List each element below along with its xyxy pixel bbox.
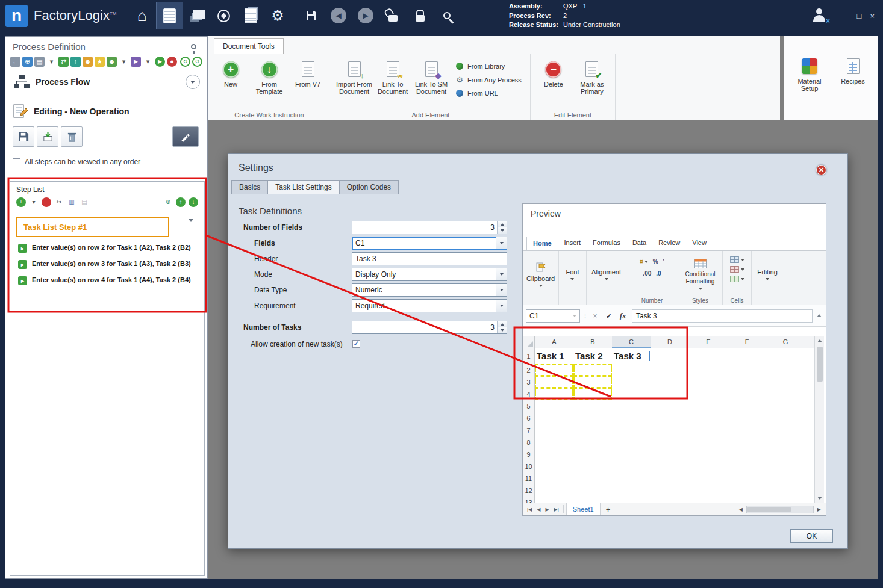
vertical-scroll-thumb[interactable] <box>817 347 823 382</box>
ok-button[interactable]: OK <box>790 529 833 543</box>
cell-C13[interactable] <box>612 497 651 503</box>
cell-E6[interactable] <box>689 412 728 424</box>
cell-A8[interactable] <box>535 436 573 448</box>
cell-G5[interactable] <box>766 400 805 412</box>
cell-C10[interactable] <box>612 460 651 472</box>
row-header-12[interactable]: 12 <box>523 484 535 497</box>
settings-tab-task-list-settings[interactable]: Task List Settings <box>267 180 339 194</box>
cell-C11[interactable] <box>612 472 651 484</box>
cell-G7[interactable] <box>766 424 805 436</box>
vertical-scrollbar[interactable] <box>814 336 824 503</box>
column-header-B[interactable]: B <box>573 336 612 348</box>
alignment-button[interactable]: Alignment <box>587 252 626 297</box>
spreadsheet-tab-home[interactable]: Home <box>526 237 558 250</box>
increase-decimal-icon[interactable]: .00 <box>643 270 651 277</box>
number-of-tasks-input[interactable]: 3 <box>352 321 507 334</box>
from-v7-button[interactable]: From V7 <box>289 55 327 111</box>
dropdown-icon[interactable] <box>496 237 507 249</box>
row-header-10[interactable]: 10 <box>523 460 535 472</box>
cell-F6[interactable] <box>728 412 766 424</box>
font-button[interactable]: Font <box>561 252 584 297</box>
cell-D5[interactable] <box>651 400 689 412</box>
cell-D2[interactable] <box>651 364 689 376</box>
cell-A9[interactable] <box>535 448 573 460</box>
paste-icon[interactable]: ▤ <box>80 197 89 207</box>
cell-D10[interactable] <box>651 460 689 472</box>
cell-D7[interactable] <box>651 424 689 436</box>
cell-E7[interactable] <box>689 424 728 436</box>
clipboard-button[interactable]: Clipboard <box>522 252 560 297</box>
cell-A13[interactable] <box>535 497 573 503</box>
add-sheet-button[interactable]: + <box>602 505 615 514</box>
number-of-fields-input[interactable]: 3 <box>352 221 507 234</box>
cell-C8[interactable] <box>612 436 651 448</box>
header-input[interactable]: Task 3 <box>352 252 507 265</box>
cell-F13[interactable] <box>728 497 766 503</box>
scroll-left-icon[interactable]: ◀ <box>737 507 745 512</box>
dropdown-icon[interactable] <box>496 268 507 280</box>
process-stack-icon[interactable] <box>183 2 210 29</box>
cell-A11[interactable] <box>535 472 573 484</box>
cell-A1[interactable]: Task 1 <box>535 348 573 364</box>
cell-D13[interactable] <box>651 497 689 503</box>
scroll-down-icon[interactable] <box>816 494 824 503</box>
sync-icon[interactable]: ↻ <box>180 57 190 67</box>
cell-G2[interactable] <box>766 364 805 376</box>
cell-F10[interactable] <box>728 460 766 472</box>
cell-E9[interactable] <box>689 448 728 460</box>
scroll-up-icon[interactable] <box>816 336 824 345</box>
cell-F11[interactable] <box>728 472 766 484</box>
column-header-A[interactable]: A <box>535 336 573 348</box>
maximize-button[interactable]: □ <box>857 11 862 20</box>
cell-B9[interactable] <box>573 448 612 460</box>
cell-A7[interactable] <box>535 424 573 436</box>
name-box[interactable]: C1 <box>526 309 580 323</box>
cell-B7[interactable] <box>573 424 612 436</box>
horizontal-scrollbar[interactable] <box>746 506 814 513</box>
mark-as-primary-button[interactable]: ✔Mark as Primary <box>573 55 611 111</box>
column-header-D[interactable]: D <box>651 336 689 348</box>
remove-step-icon[interactable]: − <box>42 197 51 207</box>
row-header-2[interactable]: 2 <box>523 364 535 376</box>
cell-D9[interactable] <box>651 448 689 460</box>
cell-C3[interactable] <box>612 376 651 388</box>
user-icon[interactable]: ☻ <box>83 57 93 67</box>
requirement-dropdown[interactable]: Required <box>352 299 507 312</box>
spreadsheet-tab-data[interactable]: Data <box>626 237 652 250</box>
link-to-sm-document-button[interactable]: ◆Link To SM Document <box>412 55 451 111</box>
cell-G13[interactable] <box>766 497 805 503</box>
dropdown-icon[interactable] <box>496 300 507 312</box>
cell-B1[interactable]: Task 2 <box>573 348 612 364</box>
insert-function-icon[interactable]: fx <box>618 311 628 321</box>
row-header-11[interactable]: 11 <box>523 472 535 484</box>
cell-B6[interactable] <box>573 412 612 424</box>
pin-icon[interactable] <box>191 44 196 49</box>
cell-C2[interactable] <box>612 364 651 376</box>
find-structure-icon[interactable] <box>434 2 461 29</box>
cell-F3[interactable] <box>728 376 766 388</box>
column-header-G[interactable]: G <box>766 336 805 348</box>
select-all-corner[interactable] <box>523 336 535 348</box>
cell-G10[interactable] <box>766 460 805 472</box>
formula-input[interactable]: Task 3 <box>632 309 813 323</box>
row-header-9[interactable]: 9 <box>523 448 535 460</box>
format-cells-button[interactable] <box>730 276 744 282</box>
cell-E3[interactable] <box>689 376 728 388</box>
cell-F8[interactable] <box>728 436 766 448</box>
column-header-C[interactable]: C <box>612 336 651 348</box>
delete-button[interactable]: −Delete <box>534 55 573 111</box>
spreadsheet-tab-insert[interactable]: Insert <box>558 237 587 250</box>
cell-D3[interactable] <box>651 376 689 388</box>
new-button[interactable]: +New <box>211 55 250 111</box>
step-expand-icon[interactable] <box>189 222 193 233</box>
row-header-4[interactable]: 4 <box>523 388 535 400</box>
sheet-tab[interactable]: Sheet1 <box>566 503 601 515</box>
cut-icon[interactable]: ✂ <box>54 197 64 207</box>
dropdown-icon[interactable]: ▾ <box>119 57 129 67</box>
cell-D4[interactable] <box>651 388 689 400</box>
cell-B3[interactable] <box>573 376 612 388</box>
cell-E8[interactable] <box>689 436 728 448</box>
back-icon[interactable]: ◀ <box>325 2 352 29</box>
add-step-caret-icon[interactable]: ▾ <box>29 197 39 207</box>
currency-icon[interactable]: ¤ <box>640 258 648 265</box>
